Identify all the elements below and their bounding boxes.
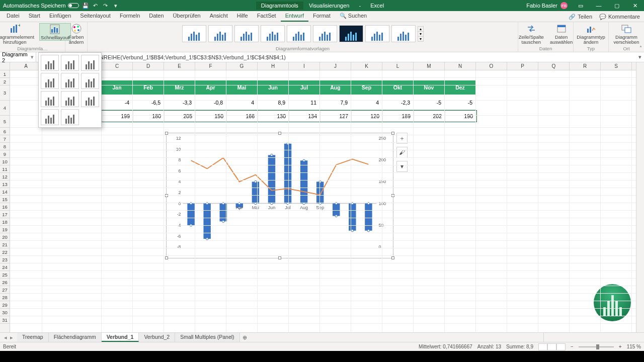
precip-cell[interactable]: 205	[165, 111, 196, 122]
column-header-O[interactable]: O	[476, 62, 507, 70]
row-header-2[interactable]: 2	[0, 78, 10, 85]
view-normal[interactable]	[538, 343, 547, 350]
precip-cell[interactable]: 150	[196, 111, 227, 122]
tab-daten[interactable]: Daten	[144, 11, 168, 22]
row-header-12[interactable]: 12	[0, 173, 10, 180]
column-header-F[interactable]: F	[195, 62, 226, 70]
ribbon-display-options[interactable]: ▭	[572, 0, 590, 11]
tab-formeln[interactable]: Formeln	[115, 11, 144, 22]
sheet-tab-fl-chendiagramm[interactable]: Flächendiagramm	[49, 333, 102, 342]
precip-cell[interactable]: 134	[289, 111, 320, 122]
row-header-29[interactable]: 29	[0, 301, 10, 309]
column-header-P[interactable]: P	[507, 62, 538, 70]
embedded-chart[interactable]: -8-6-4-2024681012050100150200250AprMaiJu…	[166, 133, 393, 258]
column-header-L[interactable]: L	[382, 62, 414, 70]
temp-cell[interactable]: -5	[445, 95, 476, 110]
row-header-14[interactable]: 14	[0, 188, 10, 196]
row-header-11[interactable]: 11	[0, 165, 10, 173]
precip-cell[interactable]: 189	[383, 111, 414, 122]
precip-cell[interactable]: 180	[133, 111, 165, 122]
column-header-M[interactable]: M	[414, 62, 445, 70]
row-header-25[interactable]: 25	[0, 271, 10, 279]
column-header-S[interactable]: S	[601, 62, 632, 70]
column-header-H[interactable]: H	[258, 62, 289, 70]
row-header-6[interactable]: 6	[0, 128, 10, 135]
chart-styles-button[interactable]: 🖌	[396, 147, 408, 158]
select-all-corner[interactable]	[0, 62, 10, 70]
minimize-button[interactable]: —	[590, 0, 608, 11]
chart-style-9[interactable]	[391, 25, 416, 42]
quick-layout-option-10[interactable]	[41, 109, 59, 125]
precip-cell[interactable]: 166	[227, 111, 258, 122]
column-header-I[interactable]: I	[289, 62, 320, 70]
precip-cell[interactable]: 199	[102, 111, 133, 122]
precip-cell[interactable]: 130	[258, 111, 289, 122]
precip-cell[interactable]: 202	[414, 111, 445, 122]
row-header-13[interactable]: 13	[0, 180, 10, 188]
row-header-21[interactable]: 21	[0, 241, 10, 248]
save-icon[interactable]: 💾	[82, 2, 89, 9]
row-header-3[interactable]: 3	[0, 85, 10, 101]
change-colors-button[interactable]: Farben ändern	[67, 23, 85, 45]
sheet-nav-prev[interactable]: ◂	[4, 334, 7, 340]
tab-einfügen[interactable]: Einfügen	[45, 11, 75, 22]
row-header-1[interactable]: 1	[0, 70, 10, 78]
row-header-5[interactable]: 5	[0, 116, 10, 128]
temp-cell[interactable]: 7,9	[320, 95, 351, 110]
tab-überprüfen[interactable]: Überprüfen	[169, 11, 205, 22]
select-data-button[interactable]: Daten auswählen	[549, 23, 574, 45]
view-page-break[interactable]	[556, 343, 566, 350]
chart-styles-gallery[interactable]: ▴ ▾ ▾	[181, 23, 425, 44]
column-header-J[interactable]: J	[320, 62, 351, 70]
qat-customize-icon[interactable]: ▾	[112, 2, 119, 9]
account-button[interactable]: Fabio Basler FB	[522, 2, 572, 9]
temp-cell[interactable]: 4	[351, 95, 382, 110]
column-header-G[interactable]: G	[226, 62, 258, 70]
row-header-31[interactable]: 31	[0, 316, 10, 324]
column-header-N[interactable]: N	[445, 62, 476, 70]
maximize-button[interactable]: ▢	[608, 0, 626, 11]
chart-style-7[interactable]	[339, 25, 363, 42]
row-header-18[interactable]: 18	[0, 218, 10, 226]
column-header-C[interactable]: C	[102, 62, 133, 70]
styles-more[interactable]: ▾	[418, 36, 423, 41]
horizontal-scrollbar[interactable]	[543, 333, 644, 342]
sheet-tab-verbund-1[interactable]: Verbund_1	[102, 333, 139, 342]
temp-cell[interactable]: -6,5	[133, 95, 164, 110]
undo-icon[interactable]: ↶	[92, 2, 99, 9]
zoom-out[interactable]: −	[571, 344, 574, 349]
collapse-ribbon-icon[interactable]: ˄	[639, 45, 642, 51]
chart-style-5[interactable]	[287, 25, 311, 42]
tab-entwurf[interactable]: Entwurf	[281, 11, 308, 22]
column-header-E[interactable]: E	[164, 62, 195, 70]
row-header-17[interactable]: 17	[0, 211, 10, 218]
sheet-tab-small-multiples-panel-[interactable]: Small Multiples (Panel)	[175, 333, 239, 342]
view-page-layout[interactable]	[547, 343, 556, 350]
redo-icon[interactable]: ↷	[102, 2, 109, 9]
temp-cell[interactable]: -0,8	[195, 95, 226, 110]
column-header-D[interactable]: D	[133, 62, 164, 70]
tab-format[interactable]: Format	[308, 11, 335, 22]
chart-style-6[interactable]	[313, 25, 337, 42]
row-header-24[interactable]: 24	[0, 263, 10, 271]
name-box[interactable]: Diagramm 2▾	[0, 52, 36, 62]
tab-ansicht[interactable]: Ansicht	[205, 11, 232, 22]
row-header-27[interactable]: 27	[0, 286, 10, 294]
precip-cell[interactable]: 120	[352, 111, 383, 122]
row-header-22[interactable]: 22	[0, 248, 10, 256]
sheet-nav-next[interactable]: ▸	[10, 334, 13, 340]
chart-style-8[interactable]	[365, 25, 389, 42]
quick-layout-option-11[interactable]	[61, 109, 79, 125]
quick-layout-option-8[interactable]	[61, 91, 79, 107]
chart-filters-button[interactable]: ▾	[396, 161, 408, 172]
sheet-tab-verbund-2[interactable]: Verbund_2	[139, 333, 175, 342]
quick-layout-option-1[interactable]	[41, 55, 59, 71]
tab-seitenlayout[interactable]: Seitenlayout	[75, 11, 115, 22]
temp-cell[interactable]: 11	[289, 95, 320, 110]
comments-button[interactable]: 💬 Kommentare	[599, 14, 640, 20]
column-header-Q[interactable]: Q	[538, 62, 570, 70]
quick-layout-option-5[interactable]	[61, 73, 79, 89]
move-chart-button[interactable]: Diagramm verschieben	[612, 23, 641, 45]
share-button[interactable]: 🔗 Teilen	[569, 14, 592, 20]
tell-me-search[interactable]: 🔍 Suchen	[335, 11, 371, 22]
